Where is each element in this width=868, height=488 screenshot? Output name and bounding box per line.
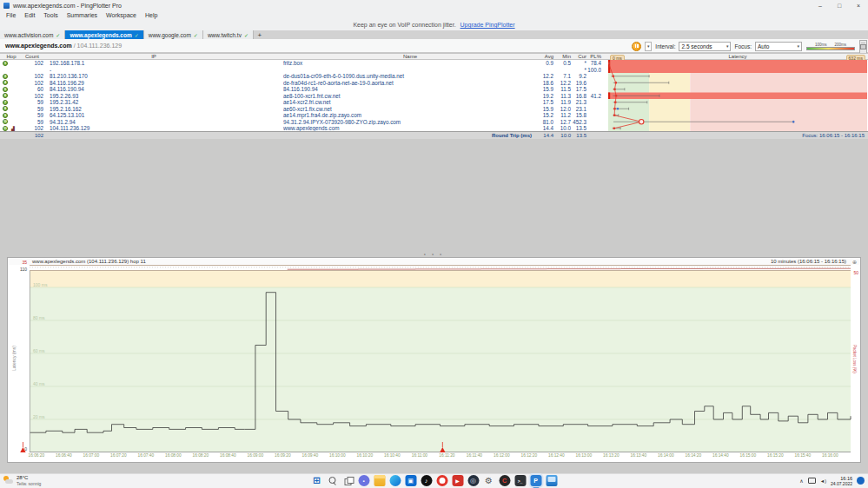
breadcrumb: www.apexlegends.com / 104.111.236.129 [5, 43, 122, 49]
chat-icon[interactable]: ▪ [358, 475, 369, 486]
address-bar: www.apexlegends.com / 104.111.236.129 ▾ … [0, 39, 868, 53]
start-button-glyph: ⊞ [313, 475, 321, 486]
close-button[interactable]: × [849, 0, 868, 10]
menu-tools[interactable]: Tools [39, 12, 62, 18]
pause-button[interactable] [632, 42, 641, 51]
maximize-button[interactable]: □ [830, 0, 849, 10]
y-axis-max-label: 110 [8, 267, 27, 272]
table-row[interactable]: -*100.0 [0, 67, 608, 74]
tray-overflow-chevron-icon[interactable]: ∧ [799, 478, 803, 484]
start-button[interactable]: ⊞ [311, 475, 322, 486]
table-row[interactable]: 1102192.168.178.1fritz.box0.90.5*78.4 [0, 60, 608, 67]
task-view-icon[interactable] [342, 475, 354, 486]
hop-badge: 7 [3, 100, 8, 105]
table-row[interactable]: 6102195.2.26.93ae8-100-xcr1.fnt.cw.net19… [0, 93, 608, 100]
tab-www.activision.com[interactable]: www.activision.com✓ [0, 30, 65, 39]
store-icon-glyph: ▣ [407, 478, 414, 485]
time-graph-header: www.apexlegends.com (104.111.236.129) ho… [8, 258, 860, 265]
slider-handle[interactable] [860, 44, 866, 49]
table-row[interactable]: 410284.116.196.29de-fra04d-rc1-re0-aorta… [0, 80, 608, 87]
menu-edit[interactable]: Edit [20, 12, 39, 18]
display-icon[interactable] [808, 478, 816, 484]
store-icon[interactable]: ▣ [405, 475, 416, 486]
latency-time-plot[interactable]: 100 ms80 ms60 ms40 ms20 ms [30, 271, 851, 452]
red-arrow-app-icon[interactable]: ▶ [452, 475, 463, 486]
cell-name: 94.31.2.94.IPYX-073920-980-ZYO.zip.zayo.… [283, 119, 537, 126]
upgrade-link[interactable]: Upgrade PingPlotter [461, 22, 515, 28]
tab-www.twitch.tv[interactable]: www.twitch.tv✓ [203, 30, 254, 39]
time-tick-label: 16:11:20 [439, 453, 454, 458]
notification-badge[interactable] [857, 477, 865, 485]
table-row[interactable]: 859195.2.16.162ae60-xcr1.fix.cw.net15.91… [0, 106, 608, 113]
table-row[interactable]: 759195.2.31.42ae14-xcr2.fri.cw.net17.511… [0, 99, 608, 106]
time-axis: 16:06:2016:06:4016:07:0016:07:2016:07:40… [8, 453, 860, 462]
search-icon[interactable] [327, 475, 338, 486]
menu-help[interactable]: Help [141, 12, 162, 18]
time-tick-label: 16:12:20 [521, 453, 538, 458]
cell-pl [587, 80, 601, 87]
cell-pl: 100.0 [587, 67, 601, 74]
latency-color-legend: 100ms200ms [805, 43, 856, 50]
time-tick-label: 16:06:40 [56, 453, 72, 458]
table-header: Hop Count IP Name Avg Min Cur PL% Latenc… [0, 53, 868, 60]
time-tick-label: 16:14:40 [712, 453, 729, 458]
minimize-button[interactable]: – [811, 0, 830, 10]
menu-workspace[interactable]: Workspace [102, 12, 141, 18]
right-axis-title: Packet Loss (%) [852, 345, 857, 373]
settings-icon[interactable]: ⚙ [483, 475, 494, 486]
cell-min: 7.1 [556, 73, 571, 80]
time-graph-range[interactable]: 10 minutes (16:06:15 - 16:16:15) [771, 259, 846, 264]
zoom-range-icon[interactable]: ⊕ [852, 259, 857, 265]
table-row[interactable]: 105994.31.2.9494.31.2.94.IPYX-073920-980… [0, 119, 608, 126]
weather-widget[interactable]: 28°C Teilw. sonnig [3, 475, 41, 486]
tray-clock[interactable]: 16:16 24.07.2022 [831, 476, 852, 486]
system-tray: ∧ ◄) 16:16 24.07.2022 [799, 476, 865, 486]
packet-loss-strip[interactable] [30, 265, 851, 271]
cell-ip: 195.2.26.93 [50, 93, 258, 100]
cell-avg: 19.2 [530, 93, 553, 100]
red-arrow-app-icon-glyph: ▶ [455, 478, 460, 484]
red-c-app-icon[interactable]: C [499, 475, 510, 486]
cell-avg: 17.5 [530, 99, 553, 106]
cell-avg: 12.2 [530, 73, 553, 80]
time-tick-label: 16:13:00 [576, 453, 593, 458]
hop-badge: 8 [3, 106, 8, 111]
tiktok-icon[interactable]: ♪ [421, 475, 432, 486]
time-tick-label: 16:12:40 [548, 453, 565, 458]
dark-swirl-app-icon[interactable]: ◎ [467, 475, 479, 486]
tab-www.apexlegends.com[interactable]: www.apexlegends.com✓ [65, 30, 143, 39]
table-row[interactable]: 310281.210.136.170de-dus01a-cr09-eth-6-0… [0, 73, 608, 80]
cell-cur: 21.3 [570, 99, 586, 106]
pause-dropdown-caret-icon[interactable]: ▾ [645, 42, 652, 51]
menu-file[interactable]: File [2, 12, 20, 18]
new-tab-button[interactable]: + [254, 30, 266, 39]
edge-browser-icon[interactable] [389, 475, 401, 486]
table-row[interactable]: 95964.125.13.101ae14.mpr1.fra4.de.zip.za… [0, 112, 608, 119]
cell-avg: 15.2 [530, 112, 553, 119]
monitor-app-icon[interactable] [546, 475, 557, 486]
time-tick-label: 16:10:40 [384, 453, 401, 458]
interval-select[interactable]: 2.5 seconds ▾ [679, 42, 731, 51]
tab-label: www.apexlegends.com [70, 32, 131, 38]
pingplotter-taskbar-icon-glyph: P [533, 478, 538, 484]
menu-bar: FileEditToolsSummariesWorkspaceHelp [0, 10, 868, 19]
tab-www.google.com[interactable]: www.google.com✓ [144, 30, 203, 39]
cell-ip: 84.116.196.29 [50, 80, 258, 87]
cell-min: 12.7 [556, 119, 571, 126]
svg-text:40 ms: 40 ms [33, 381, 45, 386]
round-trip-cur: 13.5 [570, 132, 586, 140]
focus-select[interactable]: Auto ▾ [755, 42, 802, 51]
partly-sunny-icon [3, 476, 14, 485]
target-host[interactable]: www.apexlegends.com [5, 43, 72, 49]
file-explorer-icon[interactable] [374, 475, 385, 486]
red-ring-app-icon[interactable] [436, 475, 447, 486]
volume-icon[interactable]: ◄) [820, 478, 826, 484]
cell-ip: 84.116.190.94 [50, 86, 258, 93]
chevron-down-icon: ▾ [794, 43, 799, 49]
round-trip-avg: 14.4 [530, 132, 553, 140]
table-row[interactable]: 56084.116.190.9484.116.190.9415.911.517.… [0, 86, 608, 93]
menu-summaries[interactable]: Summaries [63, 12, 102, 18]
pingplotter-taskbar-icon[interactable]: P [530, 475, 541, 486]
terminal-icon[interactable]: >_ [514, 475, 526, 486]
window-title: www.apexlegends.com - PingPlotter Pro [13, 3, 122, 9]
